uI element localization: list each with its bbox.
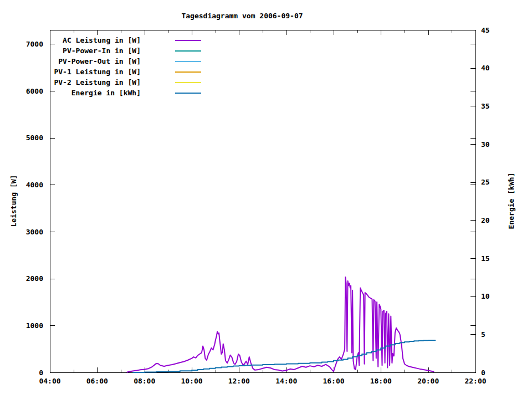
legend-line-swatch (175, 71, 201, 73)
x-tick-label: 08:00 (134, 377, 155, 385)
x-tick-label: 22:00 (464, 377, 486, 385)
y-right-tick-label: 15 (481, 254, 490, 263)
legend-label: PV-Power-Out in [W] (49, 57, 141, 65)
y-right-tick-label: 20 (481, 216, 490, 224)
y-right-tick-label: 5 (481, 330, 485, 339)
series-line-0 (127, 277, 434, 372)
y-left-tick-label: 1000 (26, 321, 43, 330)
y-right-tick-label: 40 (481, 64, 490, 72)
legend-label: PV-2 Leistung in [W] (49, 78, 141, 86)
legend-item-1: PV-Power-In in [W] (49, 45, 201, 56)
y-right-tick-label: 30 (481, 140, 490, 149)
y-left-tick-label: 5000 (26, 134, 43, 142)
legend-item-3: PV-1 Leistung in [W] (49, 66, 201, 77)
y-right-tick-label: 35 (481, 102, 490, 110)
y-right-tick-label: 45 (481, 26, 490, 34)
legend-item-4: PV-2 Leistung in [W] (49, 77, 201, 88)
legend-label: PV-Power-In in [W] (49, 47, 141, 55)
legend: AC Leistung in [W]PV-Power-In in [W]PV-P… (49, 35, 201, 98)
x-tick-label: 10:00 (181, 377, 202, 385)
y-right-tick-label: 0 (481, 369, 485, 377)
y-right-tick-label: 10 (481, 292, 490, 300)
x-tick-label: 06:00 (86, 377, 108, 385)
y-left-tick-label: 7000 (26, 40, 43, 48)
legend-item-2: PV-Power-Out in [W] (49, 56, 201, 66)
x-tick-label: 12:00 (228, 377, 250, 385)
legend-line-swatch (175, 50, 201, 52)
y-left-tick-label: 3000 (26, 228, 43, 236)
x-tick-label: 04:00 (39, 377, 60, 385)
x-tick-label: 14:00 (275, 377, 297, 385)
y-left-tick-label: 2000 (26, 274, 43, 283)
y-left-tick-label: 4000 (26, 181, 43, 189)
y-left-tick-label: 6000 (26, 87, 43, 95)
legend-line-swatch (175, 40, 201, 41)
legend-line-swatch (175, 61, 201, 62)
legend-label: AC Leistung in [W] (49, 36, 141, 44)
legend-item-5: Energie in [kWh] (49, 88, 201, 98)
legend-line-swatch (175, 82, 201, 83)
x-tick-label: 16:00 (323, 377, 344, 385)
legend-label: Energie in [kWh] (49, 89, 141, 97)
legend-item-0: AC Leistung in [W] (49, 35, 201, 45)
legend-line-swatch (175, 93, 201, 94)
legend-label: PV-1 Leistung in [W] (49, 68, 141, 76)
y-left-tick-label: 0 (39, 369, 43, 377)
x-tick-label: 20:00 (417, 377, 439, 385)
chart-canvas: Tagesdiagramm vom 2006-09-07 Leistung [W… (0, 0, 532, 399)
y-right-tick-label: 25 (481, 178, 490, 186)
x-tick-label: 18:00 (370, 377, 392, 385)
